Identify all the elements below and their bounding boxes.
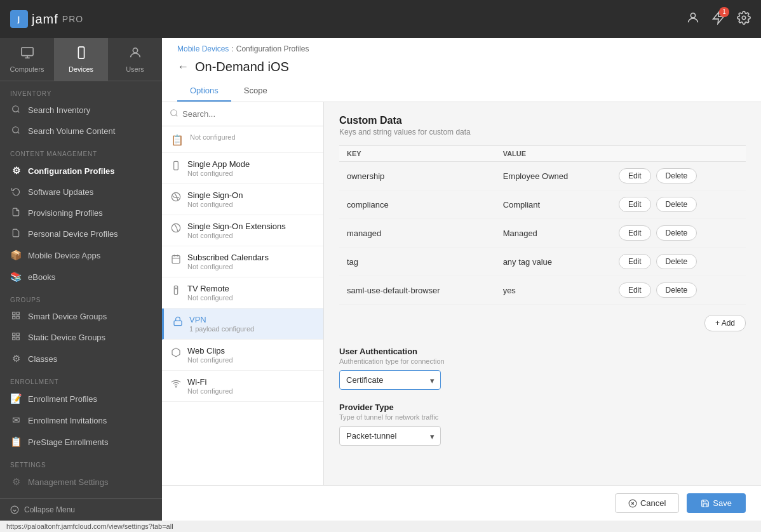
sidebar-item-classes[interactable]: ⚙ Classes — [0, 348, 162, 369]
sidebar-nav-computers-label: Computers — [10, 65, 44, 73]
smart-groups-icon — [10, 311, 22, 322]
tab-options[interactable]: Options — [177, 81, 231, 102]
gear-icon-button[interactable] — [737, 11, 751, 28]
delete-button-2[interactable]: Delete — [656, 225, 697, 241]
sidebar-item-static-device-groups[interactable]: Static Device Groups — [0, 327, 162, 348]
single-sign-on-icon — [171, 192, 181, 204]
list-item-single-sign-on[interactable]: Single Sign-On Not configured — [162, 184, 323, 215]
list-item-top-icon: 📋 — [171, 134, 184, 146]
sidebar-item-search-volume[interactable]: Search Volume Content — [0, 121, 162, 142]
software-updates-icon — [10, 187, 22, 197]
list-item-tv-remote-name: TV Remote — [187, 284, 233, 293]
sidebar-item-enrollment-profiles[interactable]: 📝 Enrollment Profiles — [0, 388, 162, 409]
list-item-top-text: Not configured — [190, 133, 236, 141]
collapse-menu-label: Collapse Menu — [24, 505, 75, 514]
edit-button-4[interactable]: Edit — [619, 283, 651, 298]
list-item-vpn-name: VPN — [189, 315, 254, 324]
sidebar-item-search-inventory[interactable]: Search Inventory — [0, 100, 162, 121]
collapse-menu-button[interactable]: Collapse Menu — [0, 499, 162, 521]
list-item-vpn-status: 1 payload configured — [189, 325, 254, 333]
sidebar-item-config-profiles[interactable]: ⚙ Configuration Profiles — [0, 160, 162, 182]
svg-rect-27 — [172, 256, 180, 263]
sidebar-item-ebooks[interactable]: 📚 eBooks — [0, 266, 162, 288]
list-item-tv-remote[interactable]: TV Remote Not configured — [162, 277, 323, 309]
user-auth-select[interactable]: CertificatePasswordNone — [339, 370, 441, 390]
svg-line-23 — [176, 115, 178, 117]
td-actions-container-1: Edit Delete — [619, 197, 738, 212]
user-auth-select-wrapper: CertificatePasswordNone — [339, 370, 441, 390]
lightning-icon-button[interactable]: 1 — [711, 11, 725, 28]
sidebar-nav-computers[interactable]: Computers — [0, 38, 54, 81]
back-button[interactable]: ← — [177, 60, 189, 74]
sidebar-item-prestage-enrollments[interactable]: 📋 PreStage Enrollments — [0, 431, 162, 453]
svg-point-22 — [171, 110, 177, 116]
svg-rect-14 — [17, 312, 19, 315]
add-button[interactable]: + Add — [704, 315, 746, 331]
svg-rect-24 — [174, 161, 178, 170]
list-item-sso-extensions[interactable]: Single Sign-On Extensions Not configured — [162, 215, 323, 246]
search-input[interactable] — [182, 109, 316, 119]
user-icon-button[interactable] — [686, 11, 700, 28]
subscribed-calendars-icon — [171, 254, 181, 267]
delete-button-0[interactable]: Delete — [656, 168, 697, 183]
page-title: On-Demand iOS — [195, 60, 289, 74]
svg-rect-3 — [21, 48, 32, 56]
content-area: Mobile Devices : Configuration Profiles … — [162, 38, 761, 521]
svg-rect-18 — [17, 333, 19, 336]
config-profiles-icon: ⚙ — [10, 165, 22, 176]
edit-button-0[interactable]: Edit — [619, 168, 651, 183]
cancel-button[interactable]: Cancel — [615, 493, 679, 513]
user-auth-sublabel: Authentication type for connection — [339, 357, 746, 365]
list-item-wifi-name: Wi-Fi — [187, 377, 233, 387]
svg-rect-19 — [17, 337, 19, 340]
delete-button-1[interactable]: Delete — [656, 197, 697, 212]
list-item-web-clips-status: Not configured — [187, 356, 233, 364]
sidebar-item-software-updates[interactable]: Software Updates — [0, 182, 162, 203]
provisioning-profiles-icon — [10, 208, 22, 218]
sidebar-item-provisioning-profiles[interactable]: Provisioning Profiles — [0, 203, 162, 223]
list-item-calendars-text: Subscribed Calendars Not configured — [187, 253, 269, 270]
delete-button-4[interactable]: Delete — [656, 283, 697, 298]
list-item-vpn[interactable]: VPN 1 payload configured — [162, 309, 323, 340]
delete-button-3[interactable]: Delete — [656, 254, 697, 269]
edit-button-3[interactable]: Edit — [619, 254, 651, 269]
svg-rect-6 — [78, 47, 84, 58]
sidebar-item-personal-device-profiles[interactable]: Personal Device Profiles — [0, 223, 162, 244]
list-item-calendars-status: Not configured — [187, 263, 269, 270]
list-item-not-configured-top[interactable]: 📋 Not configured — [162, 126, 323, 153]
search-icon — [170, 109, 178, 119]
list-item-wifi[interactable]: Wi-Fi Not configured — [162, 371, 323, 402]
ebooks-icon: 📚 — [10, 271, 22, 283]
edit-button-2[interactable]: Edit — [619, 225, 651, 241]
custom-data-title: Custom Data — [339, 115, 746, 126]
sidebar-item-management-settings[interactable]: ⚙ Management Settings — [0, 471, 162, 493]
provider-type-select[interactable]: Packet-tunnelApp-proxy — [339, 426, 441, 446]
td-key-4: saml-use-default-browser — [339, 276, 495, 305]
list-item-subscribed-calendars[interactable]: Subscribed Calendars Not configured — [162, 246, 323, 277]
breadcrumb-parent[interactable]: Mobile Devices — [177, 44, 229, 53]
list-item-web-clips[interactable]: Web Clips Not configured — [162, 340, 323, 371]
save-button[interactable]: Save — [687, 493, 746, 513]
sidebar-item-mobile-device-apps[interactable]: 📦 Mobile Device Apps — [0, 244, 162, 266]
search-inventory-icon — [10, 105, 22, 116]
edit-button-1[interactable]: Edit — [619, 197, 651, 212]
tabs-row: Options Scope — [177, 81, 746, 102]
td-actions-3: Edit Delete — [611, 248, 746, 276]
list-item-single-app-mode[interactable]: Single App Mode Not configured — [162, 153, 323, 184]
search-box — [162, 102, 323, 126]
search-volume-icon — [10, 126, 22, 136]
enrollment-invitations-icon: ✉ — [10, 415, 22, 426]
sidebar-item-smart-device-groups[interactable]: Smart Device Groups — [0, 306, 162, 327]
tab-scope[interactable]: Scope — [231, 81, 280, 102]
sidebar-nav-users[interactable]: Users — [108, 38, 162, 81]
sidebar-item-smart-groups-label: Smart Device Groups — [28, 312, 107, 321]
sidebar-item-ebooks-label: eBooks — [28, 272, 55, 282]
td-key-2: managed — [339, 219, 495, 248]
page-header: Mobile Devices : Configuration Profiles … — [162, 38, 761, 102]
sidebar-item-enrollment-invitations[interactable]: ✉ Enrollment Invitations — [0, 409, 162, 431]
table-row: compliance Compliant Edit Delete — [339, 190, 746, 219]
svg-rect-13 — [13, 312, 15, 315]
sidebar-nav-devices[interactable]: Devices — [54, 38, 108, 81]
col-value: VALUE — [495, 146, 611, 162]
notification-badge: 1 — [719, 7, 729, 17]
